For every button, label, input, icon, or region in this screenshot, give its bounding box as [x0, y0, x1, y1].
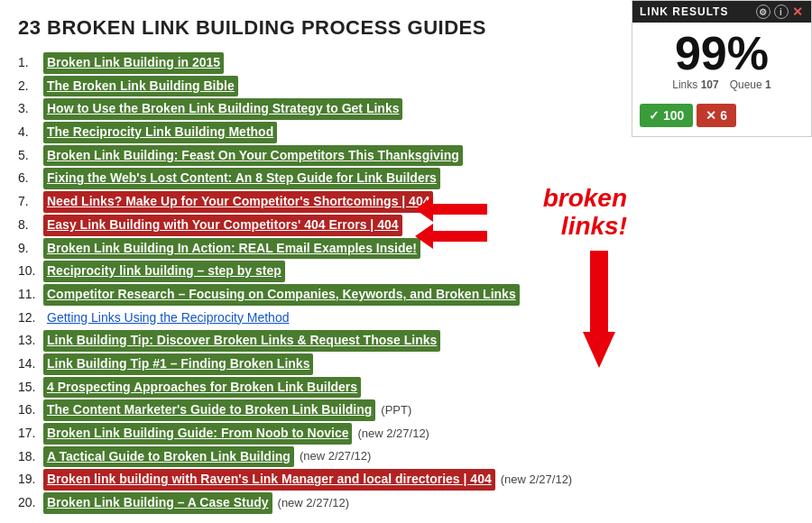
svg-marker-1 [415, 224, 487, 249]
list-num: 18. [18, 447, 40, 467]
arrow-left-1 [415, 197, 487, 225]
list-link[interactable]: Link Building Tip #1 – Finding Broken Li… [43, 353, 313, 375]
reject-button[interactable]: ✕ 6 [697, 104, 736, 127]
list-item: 12.Getting Links Using the Reciprocity M… [18, 307, 595, 329]
approve-count: 100 [663, 108, 684, 123]
list-link[interactable]: Broken Link Building: Feast On Your Comp… [43, 145, 463, 167]
links-stat: Links 107 [672, 78, 718, 91]
list-num: 10. [18, 262, 40, 281]
list-num: 20. [18, 493, 40, 513]
list-num: 16. [18, 400, 40, 420]
list-link[interactable]: Competitor Research – Focusing on Compan… [43, 284, 520, 306]
list-num: 5. [18, 146, 40, 166]
list-link[interactable]: A Tactical Guide to Broken Link Building [43, 446, 294, 468]
arrow-left-2 [415, 224, 487, 252]
list-link[interactable]: Broken Link Building In Action: REAL Ema… [43, 238, 420, 260]
list-num: 8. [18, 216, 40, 235]
list-link[interactable]: The Broken Link Building Bible [43, 76, 238, 97]
list-item: 2.The Broken Link Building Bible [18, 76, 595, 97]
panel-buttons: ✓ 100 ✕ 6 [640, 104, 804, 127]
link-suffix: (new 2/27/12) [300, 447, 372, 465]
link-suffix: (PPT) [381, 401, 411, 419]
list-item: 14.Link Building Tip #1 – Finding Broken… [18, 353, 595, 375]
panel-stats: Links 107 Queue 1 [632, 78, 811, 100]
list-item: 15.4 Prospecting Approaches for Broken L… [18, 377, 595, 399]
list-item: 19.Broken link building with Raven's Lin… [18, 469, 595, 491]
list-link[interactable]: Broken Link Building Guide: From Noob to… [43, 423, 352, 445]
sidebar-panel: LINK RESULTS ⚙ i ✕ 99% Links 107 Queue 1… [632, 0, 812, 137]
approve-button[interactable]: ✓ 100 [640, 104, 693, 127]
link-suffix: (new 2/27/12) [501, 471, 573, 489]
panel-header: LINK RESULTS ⚙ i ✕ [632, 1, 811, 23]
reject-count: 6 [720, 108, 727, 123]
list-item: 16.The Content Marketer's Guide to Broke… [18, 399, 595, 421]
list-num: 17. [18, 424, 40, 444]
link-list: 1.Broken Link Building in 20152.The Brok… [18, 52, 595, 514]
panel-header-label: LINK RESULTS [640, 5, 728, 18]
list-num: 6. [18, 169, 40, 188]
list-num: 7. [18, 192, 40, 212]
list-item: 7.Need Links? Make Up for Your Competito… [18, 191, 595, 213]
list-link[interactable]: Link Building Tip: Discover Broken Links… [43, 330, 440, 352]
list-num: 1. [18, 53, 40, 73]
check-icon: ✓ [649, 108, 660, 123]
list-num: 11. [18, 285, 40, 305]
list-link[interactable]: 4 Prospecting Approaches for Broken Link… [43, 377, 361, 399]
info-icon[interactable]: i [774, 5, 789, 19]
list-link[interactable]: Broken link building with Raven's Link M… [43, 469, 495, 491]
list-item: 9.Broken Link Building In Action: REAL E… [18, 238, 595, 260]
arrow-down [583, 251, 615, 372]
list-item: 10.Reciprocity link building – step by s… [18, 261, 595, 282]
list-item: 1.Broken Link Building in 2015 [18, 52, 595, 74]
list-item: 20.Broken Link Building – A Case Study (… [18, 492, 595, 514]
queue-stat: Queue 1 [730, 78, 771, 91]
list-item: 3.How to Use the Broken Link Building St… [18, 98, 595, 120]
page-title: 23 BROKEN LINK BUILDING PROCESS GUIDES [18, 16, 595, 40]
list-link[interactable]: Broken Link Building – A Case Study [43, 492, 272, 514]
list-item: 8.Easy Link Building with Your Competito… [18, 215, 595, 236]
x-icon: ✕ [706, 108, 716, 123]
list-item: 17.Broken Link Building Guide: From Noob… [18, 423, 595, 445]
svg-marker-0 [415, 197, 487, 222]
panel-header-icons: ⚙ i ✕ [756, 5, 804, 19]
svg-marker-2 [583, 251, 615, 368]
list-item: 6.Fixing the Web's Lost Content: An 8 St… [18, 168, 595, 189]
list-link[interactable]: Easy Link Building with Your Competitors… [43, 215, 402, 236]
list-link[interactable]: Fixing the Web's Lost Content: An 8 Step… [43, 168, 440, 189]
list-link[interactable]: Getting Links Using the Reciprocity Meth… [43, 307, 292, 329]
list-num: 15. [18, 378, 40, 398]
link-suffix: (new 2/27/12) [278, 494, 350, 512]
list-num: 13. [18, 331, 40, 351]
list-link[interactable]: How to Use the Broken Link Building Stra… [43, 98, 402, 120]
link-suffix: (new 2/27/12) [357, 425, 429, 443]
list-num: 9. [18, 239, 40, 259]
list-num: 14. [18, 354, 40, 374]
list-num: 2. [18, 77, 40, 96]
main-content: 23 BROKEN LINK BUILDING PROCESS GUIDES 1… [0, 0, 614, 523]
list-item: 13.Link Building Tip: Discover Broken Li… [18, 330, 595, 352]
close-icon[interactable]: ✕ [792, 5, 804, 19]
list-num: 12. [18, 308, 40, 328]
list-num: 3. [18, 99, 40, 119]
list-item: 18.A Tactical Guide to Broken Link Build… [18, 446, 595, 468]
list-num: 19. [18, 470, 40, 490]
broken-links-annotation: broken links! [543, 185, 627, 241]
list-link[interactable]: The Content Marketer's Guide to Broken L… [43, 399, 375, 421]
list-link[interactable]: Reciprocity link building – step by step [43, 261, 285, 282]
list-link[interactable]: Need Links? Make Up for Your Competitor'… [43, 191, 433, 213]
list-item: 4.The Reciprocity Link Building Method [18, 122, 595, 143]
list-num: 4. [18, 123, 40, 142]
panel-percent: 99% [632, 23, 811, 78]
list-link[interactable]: Broken Link Building in 2015 [43, 52, 224, 74]
list-item: 5.Broken Link Building: Feast On Your Co… [18, 145, 595, 167]
list-link[interactable]: The Reciprocity Link Building Method [43, 122, 277, 143]
settings-icon[interactable]: ⚙ [756, 5, 770, 19]
list-item: 11.Competitor Research – Focusing on Com… [18, 284, 595, 306]
